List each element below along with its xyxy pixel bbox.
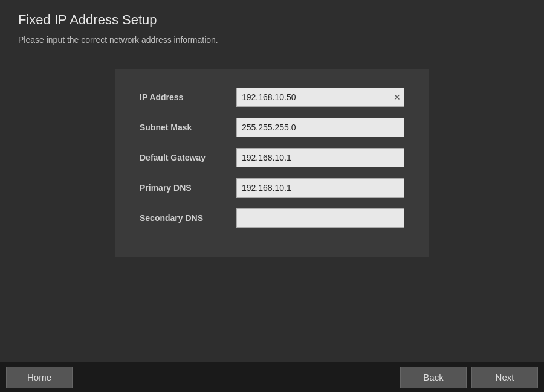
label-secondary-dns: Secondary DNS xyxy=(140,213,236,223)
page-subtitle: Please input the correct network address… xyxy=(18,35,526,45)
footer: Home Back Next xyxy=(0,362,544,392)
input-subnet-mask[interactable] xyxy=(236,118,404,137)
footer-right: Back Next xyxy=(400,367,538,388)
input-primary-dns[interactable] xyxy=(236,178,404,198)
clear-icon-ip-address[interactable]: ✕ xyxy=(393,92,401,102)
label-default-gateway: Default Gateway xyxy=(140,153,236,162)
input-wrapper-primary-dns xyxy=(236,178,404,198)
form-row-default-gateway: Default Gateway xyxy=(140,148,404,167)
input-ip-address[interactable] xyxy=(236,88,404,107)
input-wrapper-ip-address: ✕ xyxy=(236,88,404,107)
label-subnet-mask: Subnet Mask xyxy=(140,123,236,132)
label-ip-address: IP Address xyxy=(140,92,236,102)
input-default-gateway[interactable] xyxy=(236,148,404,167)
label-primary-dns: Primary DNS xyxy=(140,183,236,193)
input-wrapper-default-gateway xyxy=(236,148,404,167)
input-wrapper-secondary-dns xyxy=(236,208,404,228)
form-row-ip-address: IP Address✕ xyxy=(140,88,404,107)
input-wrapper-subnet-mask xyxy=(236,118,404,137)
home-button[interactable]: Home xyxy=(6,367,73,388)
page-title: Fixed IP Address Setup xyxy=(18,12,526,28)
next-button[interactable]: Next xyxy=(471,367,538,388)
form-row-secondary-dns: Secondary DNS xyxy=(140,208,404,228)
footer-left: Home xyxy=(6,367,73,388)
back-button[interactable]: Back xyxy=(400,367,467,388)
form-row-primary-dns: Primary DNS xyxy=(140,178,404,198)
form-container: IP Address✕Subnet MaskDefault GatewayPri… xyxy=(115,69,429,257)
form-row-subnet-mask: Subnet Mask xyxy=(140,118,404,137)
main-content: Fixed IP Address Setup Please input the … xyxy=(0,0,544,362)
input-secondary-dns[interactable] xyxy=(236,208,404,228)
